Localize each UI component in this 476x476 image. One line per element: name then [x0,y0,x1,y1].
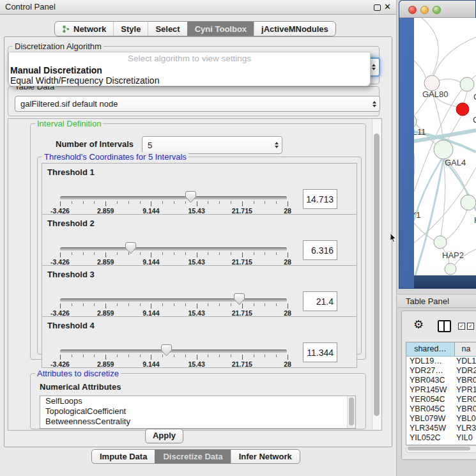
threshold-value-field[interactable]: 21.4 [303,291,337,311]
table-data-combobox[interactable]: galFiltered.sif default node [15,96,380,112]
cell-shared-name[interactable]: YDL19… [406,357,454,366]
network-canvas[interactable]: GAL80GACGAL11GAL4GCY1HHAP2 [414,18,476,275]
network-view-window: GAL80GACGAL11GAL4GCY1HHAP2 [399,0,476,289]
slider-tick-labels: -3.4262.8599.14415.4321.71528 [60,258,288,265]
cell-name[interactable]: YDR2 [454,366,476,376]
minimize-traffic-light-icon[interactable] [420,6,429,14]
threshold-row: Threshold 4 -3.4262.8599.14415.4321.7152… [42,316,357,368]
slider-thumb[interactable] [161,344,172,357]
threshold-slider[interactable] [60,298,287,302]
dropdown-option-manual-discretization[interactable]: Manual Discretization [9,65,370,75]
attribute-topologicalcoefficient[interactable]: TopologicalCoefficient [40,406,355,417]
slider-tick-labels: -3.4262.8599.14415.4321.71528 [60,309,288,316]
scrollbar-thumb[interactable] [374,134,380,416]
cell-name[interactable]: YPR1 [454,385,476,395]
attributes-title: Attributes to discretize [35,369,121,378]
network-node[interactable] [434,236,447,249]
close-traffic-light-icon[interactable] [408,6,417,14]
threshold-slider[interactable] [60,349,287,353]
network-window-titlebar[interactable] [399,1,475,18]
table-horizontal-scrollbar[interactable] [406,445,476,453]
dropdown-option-equal-width-frequency-discretization[interactable]: Equal Width/Frequency Discretization [9,75,370,86]
threshold-label: Threshold 4 [47,321,95,330]
combo-arrows-icon [372,64,376,70]
network-node[interactable] [434,140,453,159]
cell-name[interactable]: YDL1 [454,357,476,366]
network-icon [62,25,70,33]
table-row[interactable]: YBL079WYBL0 [406,414,476,424]
tab-cyni-toolbox[interactable]: Cyni Toolbox [187,22,254,36]
columns-icon[interactable] [438,320,451,332]
column-header-shared-name[interactable]: shared… [406,342,455,356]
network-node-label: GCY1 [414,210,420,220]
threshold-row: Threshold 2 -3.4262.8599.14415.4321.7152… [42,214,357,266]
slider-thumb[interactable] [125,242,136,254]
column-header-name[interactable]: na [455,342,476,356]
slider-ticks [60,303,288,309]
network-node-label: GAL4 [445,158,466,167]
table-panel-title: Table Panel [406,296,449,306]
cell-shared-name[interactable]: YBL079W [406,414,454,424]
gear-icon[interactable]: ⚙ [413,318,424,332]
close-icon[interactable]: ✕ [384,2,391,12]
tab-discretize-data[interactable]: Discretize Data [155,450,230,463]
bottom-tab-bar: Impute DataDiscretize DataInfer Network [91,449,300,464]
scrollbar-thumb[interactable] [349,397,354,426]
network-node[interactable] [456,103,469,116]
cell-shared-name[interactable]: YBR043C [406,376,454,385]
network-node[interactable] [460,77,474,91]
threshold-value-field[interactable]: 11.344 [303,342,337,362]
zoom-traffic-light-icon[interactable] [433,6,441,14]
checkbox-icon[interactable]: ✓ [467,323,474,330]
numerical-attributes-list[interactable]: SelfLoopsTopologicalCoefficientBetweenne… [40,395,356,429]
threshold-value-field[interactable]: 14.713 [303,189,337,209]
tab-impute-data[interactable]: Impute Data [92,450,155,463]
table-row[interactable]: YBR045CYBR0 [406,404,476,414]
checkbox-icon[interactable]: ✓ [458,323,465,330]
cell-shared-name[interactable]: YPR145W [406,385,454,395]
num-intervals-combobox[interactable]: 5 [142,136,282,154]
cell-name[interactable]: YER0 [454,395,476,404]
network-node[interactable] [445,263,456,275]
table-data-group: Table Data galFiltered.sif default node [8,86,380,116]
tab-network[interactable]: Network [55,22,113,36]
attribute-selfloops[interactable]: SelfLoops [40,396,355,406]
tab-infer-network[interactable]: Infer Network [231,450,300,463]
table-row[interactable]: YPR145WYPR1 [406,385,476,395]
vertical-scrollbar[interactable] [372,119,381,429]
slider-thumb[interactable] [185,191,196,203]
network-node[interactable] [424,75,440,91]
slider-thumb[interactable] [234,293,245,305]
table-row[interactable]: YDR27…YDR2 [406,366,476,376]
table-row[interactable]: YIL052CYIL0 [406,433,476,443]
cell-name[interactable]: YBR0 [454,404,476,414]
network-node-label: GA [473,92,476,102]
attribute-betweennesscentrality[interactable]: BetweennessCentrality [40,417,355,427]
tab-jactivemnodules[interactable]: jActiveMNodules [254,22,335,36]
network-node[interactable] [414,114,417,128]
tab-style[interactable]: Style [113,22,148,36]
node-table[interactable]: shared… na YDL19…YDL1YDR27…YDR2YBR043CYB… [406,342,476,445]
attributes-scrollbar[interactable] [347,396,355,428]
cell-name[interactable]: YLR3 [454,424,476,433]
cell-shared-name[interactable]: YLR345W [406,424,454,433]
threshold-value-field[interactable]: 6.316 [303,240,337,260]
cell-shared-name[interactable]: YER054C [406,395,454,404]
cell-shared-name[interactable]: YBR045C [406,404,454,414]
scrollbar-thumb[interactable] [408,447,470,450]
table-row[interactable]: YDL19…YDL1 [406,357,476,366]
network-node[interactable] [461,195,476,210]
float-window-icon[interactable] [374,4,381,11]
threshold-slider[interactable] [60,196,287,199]
table-row[interactable]: YER054CYER0 [406,395,476,404]
cell-shared-name[interactable]: YIL052C [406,433,454,443]
table-row[interactable]: YLR345WYLR3 [406,424,476,433]
table-row[interactable]: YBR043CYBR0 [406,376,476,385]
cell-name[interactable]: YBR0 [454,376,476,385]
threshold-slider[interactable] [60,247,287,250]
apply-button[interactable]: Apply [145,429,183,443]
tab-select[interactable]: Select [148,22,187,36]
cell-name[interactable]: YBL0 [454,414,476,424]
cell-shared-name[interactable]: YDR27… [406,366,454,376]
cell-name[interactable]: YIL0 [454,433,476,443]
